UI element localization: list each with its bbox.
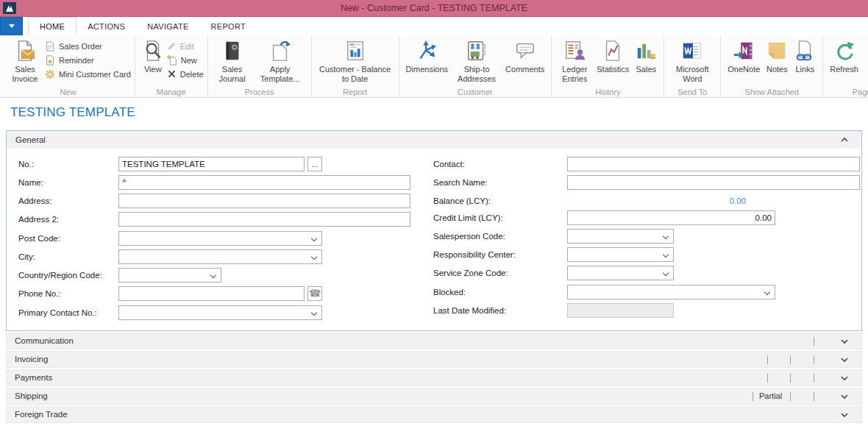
field-label-service-zone-code: Service Zone Code: [433,269,508,278]
post-code-combo[interactable] [118,231,322,246]
apply-template-button[interactable]: Apply Template... [253,38,307,86]
field-label-credit-limit: Credit Limit (LCY): [433,213,503,223]
ship-to-addresses-button[interactable]: Ship-to Addresses [451,38,502,86]
journal-book-icon [221,38,243,64]
button-label: Ship-to Addresses [454,65,499,84]
field-label-salesperson-code: Salesperson Code: [433,232,505,241]
chevron-down-icon [841,358,848,362]
ledger-entries-button[interactable]: Ledger Entries [555,38,594,86]
ribbon: Sales Invoice Sales Order Reminder [0,35,868,98]
fasttab-shipping-label: Shipping [15,389,48,404]
balance-lcy-value[interactable]: 0.00 [567,196,746,205]
ledger-entries-icon [563,38,586,64]
button-label: Sales [636,65,657,74]
notes-button[interactable]: Notes [763,38,791,86]
pencil-icon [167,41,177,51]
sales-journal-button[interactable]: Sales Journal [212,38,253,86]
new-document-icon [167,55,177,65]
fasttab-foreign-trade[interactable]: Foreign Trade [6,406,862,423]
group-label-new: New [1,88,135,96]
responsibility-center-combo[interactable] [567,247,674,262]
field-label-city: City: [18,252,35,262]
field-label-blocked: Blocked: [433,288,466,297]
fasttab-invoicing[interactable]: Invoicing [6,351,862,368]
salesperson-code-combo[interactable] [567,229,674,244]
fasttab-shipping[interactable]: Shipping Partial [6,388,862,405]
delete-x-icon [167,69,177,79]
address-field[interactable] [118,194,410,208]
button-label: Refresh [830,65,858,74]
tab-actions[interactable]: ACTIONS [77,17,136,35]
statistics-button[interactable]: Statistics [594,38,632,86]
comments-button[interactable]: Comments [502,38,547,86]
bar-chart-report-icon [344,38,366,64]
tab-navigate[interactable]: NAVIGATE [136,17,199,35]
sticky-note-icon [766,38,788,64]
field-separator [814,355,814,364]
document-icon [45,41,55,52]
contact-field[interactable] [567,157,860,171]
fasttab-communication[interactable]: Communication [6,333,862,350]
sales-history-button[interactable]: Sales [632,38,660,86]
shipping-summary-value: Partial [759,389,782,404]
field-label-post-code: Post Code: [18,234,60,244]
word-icon [681,38,703,64]
dimensions-button[interactable]: Dimensions [403,38,451,86]
phone-no-field[interactable] [118,286,305,301]
refresh-button[interactable]: Refresh [827,38,861,86]
fasttab-general: General No.: ... Name: * Address: Addres… [6,130,862,331]
phone-dial-button[interactable]: ☎ [307,286,322,301]
fasttab-invoicing-label: Invoicing [15,352,48,367]
chevron-up-icon [841,138,848,142]
no-field[interactable] [118,157,305,171]
button-label: Apply Template... [256,65,305,84]
application-menu-button[interactable] [0,17,23,35]
field-label-contact: Contact: [433,160,465,169]
ribbon-group-send-to: Microsoft Word Send To [664,35,721,97]
button-label: Sales Order [59,42,102,51]
ribbon-tab-row: HOME ACTIONS NAVIGATE REPORT [0,17,868,35]
field-separator [814,374,814,383]
sales-order-button[interactable]: Sales Order [45,40,131,52]
customer-balance-to-date-button[interactable]: Customer - Balance to Date [316,38,395,86]
tab-home[interactable]: HOME [28,17,77,35]
reminder-button[interactable]: Reminder [45,54,131,65]
blocked-combo[interactable] [567,285,775,299]
primary-contact-no-combo[interactable] [118,305,322,320]
edit-button[interactable]: Edit [167,40,204,52]
statistics-chart-icon [602,38,624,64]
fasttab-payments[interactable]: Payments [6,369,862,386]
fasttab-general-header[interactable]: General [7,131,861,149]
clear-filter-button[interactable]: Clear Filter [861,38,868,86]
field-label-country-region: Country/Region Code: [18,271,102,280]
country-region-code-combo[interactable] [118,268,221,283]
name-field[interactable] [118,175,410,190]
tab-report[interactable]: REPORT [200,17,257,35]
address-book-icon [466,38,488,64]
mini-customer-card-button[interactable]: Mini Customer Card [45,68,131,79]
field-label-search-name: Search Name: [433,178,488,188]
group-label-send-to: Send To [664,88,720,96]
button-label: Microsoft Word [671,65,714,84]
assist-edit-button[interactable]: ... [307,157,322,171]
address2-field[interactable] [118,212,410,227]
field-label-last-date-modified: Last Date Modified: [433,306,506,316]
view-button[interactable]: View [139,38,167,86]
onenote-button[interactable]: OneNote [725,38,763,86]
field-separator [753,392,753,401]
new-button[interactable]: New [167,54,204,65]
fasttab-foreign-trade-label: Foreign Trade [15,407,68,422]
search-name-field[interactable] [567,175,860,190]
microsoft-word-button[interactable]: Microsoft Word [668,38,716,86]
refresh-icon [833,38,855,64]
page-title: TESTING TEMPLATE [10,105,135,120]
city-combo[interactable] [118,249,322,264]
field-separator [814,392,814,401]
credit-limit-lcy-field[interactable] [567,210,775,225]
service-zone-code-combo[interactable] [567,266,674,280]
group-label-history: History [552,88,664,96]
delete-button[interactable]: Delete [167,68,204,79]
titlebar: New - Customer Card - TESTING TEMPLATE [0,0,868,17]
sales-invoice-button[interactable]: Sales Invoice [5,38,45,86]
links-button[interactable]: Links [791,38,819,86]
